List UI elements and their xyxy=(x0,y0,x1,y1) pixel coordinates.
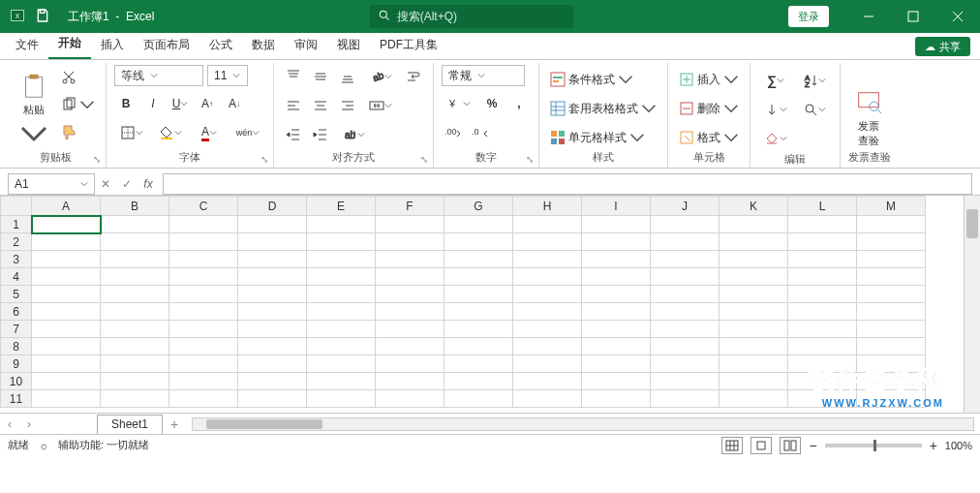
zoom-slider[interactable] xyxy=(825,444,922,447)
cell[interactable] xyxy=(376,338,444,355)
cell[interactable] xyxy=(169,390,238,408)
row-header[interactable]: 6 xyxy=(1,303,32,321)
maximize-button[interactable] xyxy=(891,0,935,33)
col-header[interactable]: H xyxy=(513,197,582,216)
cell[interactable] xyxy=(788,233,857,251)
cell[interactable] xyxy=(513,338,582,355)
font-color-button[interactable]: A xyxy=(192,121,227,144)
decrease-decimal-button[interactable]: .0 xyxy=(469,121,492,144)
fx-button[interactable]: fx xyxy=(138,173,159,195)
font-size-select[interactable]: 11 xyxy=(207,65,248,86)
cell[interactable] xyxy=(376,321,444,338)
cell[interactable] xyxy=(720,355,788,373)
cell[interactable] xyxy=(651,251,720,268)
align-left-button[interactable] xyxy=(282,94,305,117)
cell[interactable] xyxy=(582,268,651,286)
cell[interactable] xyxy=(788,268,857,286)
orientation-button-2[interactable]: ab xyxy=(336,123,371,146)
cell[interactable] xyxy=(307,268,376,286)
cell[interactable] xyxy=(788,303,857,321)
close-button[interactable] xyxy=(935,0,980,33)
cell[interactable] xyxy=(444,251,513,268)
delete-cells-button[interactable]: 删除 xyxy=(676,98,742,119)
cell[interactable] xyxy=(169,355,238,373)
page-break-view-button[interactable] xyxy=(780,437,801,454)
align-center-button[interactable] xyxy=(309,94,332,117)
cell[interactable] xyxy=(238,390,307,408)
cell[interactable] xyxy=(307,216,376,233)
col-header[interactable]: D xyxy=(238,197,307,216)
cell[interactable] xyxy=(788,286,857,303)
bold-button[interactable]: B xyxy=(114,92,138,115)
align-top-button[interactable] xyxy=(282,65,305,88)
col-header[interactable]: L xyxy=(788,197,857,216)
cell[interactable] xyxy=(101,216,169,233)
cell[interactable] xyxy=(101,251,169,268)
sort-filter-button[interactable]: AZ xyxy=(797,69,832,92)
cell[interactable] xyxy=(238,355,307,373)
cell[interactable] xyxy=(513,355,582,373)
tab-pagelayout[interactable]: 页面布局 xyxy=(134,33,199,59)
decrease-font-button[interactable]: A↓ xyxy=(223,92,246,115)
cell[interactable] xyxy=(513,373,582,390)
paste-button[interactable]: 粘贴 xyxy=(14,65,54,148)
copy-button[interactable] xyxy=(58,94,98,115)
share-button[interactable]: ☁共享 xyxy=(915,37,970,56)
horizontal-scrollbar[interactable] xyxy=(192,417,974,431)
normal-view-button[interactable] xyxy=(721,437,743,454)
cell[interactable] xyxy=(720,251,788,268)
comma-button[interactable]: , xyxy=(507,92,531,115)
cell[interactable] xyxy=(651,268,720,286)
cell[interactable] xyxy=(582,321,651,338)
cell[interactable] xyxy=(651,373,720,390)
cell[interactable] xyxy=(651,390,720,408)
col-header[interactable]: I xyxy=(582,197,651,216)
col-header[interactable]: M xyxy=(857,197,926,216)
cell[interactable] xyxy=(857,233,926,251)
cell[interactable] xyxy=(857,338,926,355)
cell[interactable] xyxy=(169,251,238,268)
fill-button[interactable] xyxy=(758,98,793,121)
cell[interactable] xyxy=(720,373,788,390)
cell[interactable] xyxy=(101,390,169,408)
cell[interactable] xyxy=(169,286,238,303)
tab-insert[interactable]: 插入 xyxy=(91,33,134,59)
cell[interactable] xyxy=(582,390,651,408)
cell[interactable] xyxy=(513,286,582,303)
italic-button[interactable]: I xyxy=(141,92,165,115)
cell[interactable] xyxy=(238,373,307,390)
cell[interactable] xyxy=(32,216,101,233)
cell[interactable] xyxy=(444,286,513,303)
search-box[interactable]: 搜索(Alt+Q) xyxy=(370,5,573,28)
col-header[interactable]: E xyxy=(307,197,376,216)
cell[interactable] xyxy=(169,233,238,251)
cell[interactable] xyxy=(376,303,444,321)
cell[interactable] xyxy=(307,251,376,268)
cell[interactable] xyxy=(32,251,101,268)
row-header[interactable]: 7 xyxy=(1,321,32,338)
cell[interactable] xyxy=(32,338,101,355)
cancel-formula-button[interactable]: ✕ xyxy=(95,173,116,195)
sheet-nav-prev[interactable]: ‹ xyxy=(0,417,19,431)
borders-button[interactable] xyxy=(114,121,149,144)
cell[interactable] xyxy=(857,286,926,303)
decrease-indent-button[interactable] xyxy=(282,123,305,146)
cell[interactable] xyxy=(444,390,513,408)
cell-styles-button[interactable]: 单元格样式 xyxy=(547,127,659,148)
cell[interactable] xyxy=(101,303,169,321)
cell[interactable] xyxy=(238,338,307,355)
cell[interactable] xyxy=(376,390,444,408)
wrap-text-button[interactable] xyxy=(402,65,425,88)
tab-pdf[interactable]: PDF工具集 xyxy=(370,33,447,59)
font-name-select[interactable]: 等线 xyxy=(114,65,203,86)
cell[interactable] xyxy=(238,216,307,233)
cell[interactable] xyxy=(376,268,444,286)
cell[interactable] xyxy=(32,321,101,338)
minimize-button[interactable] xyxy=(846,0,891,33)
cell[interactable] xyxy=(307,303,376,321)
cell[interactable] xyxy=(513,216,582,233)
cell[interactable] xyxy=(582,233,651,251)
cell[interactable] xyxy=(582,338,651,355)
cell[interactable] xyxy=(720,338,788,355)
cell[interactable] xyxy=(651,338,720,355)
